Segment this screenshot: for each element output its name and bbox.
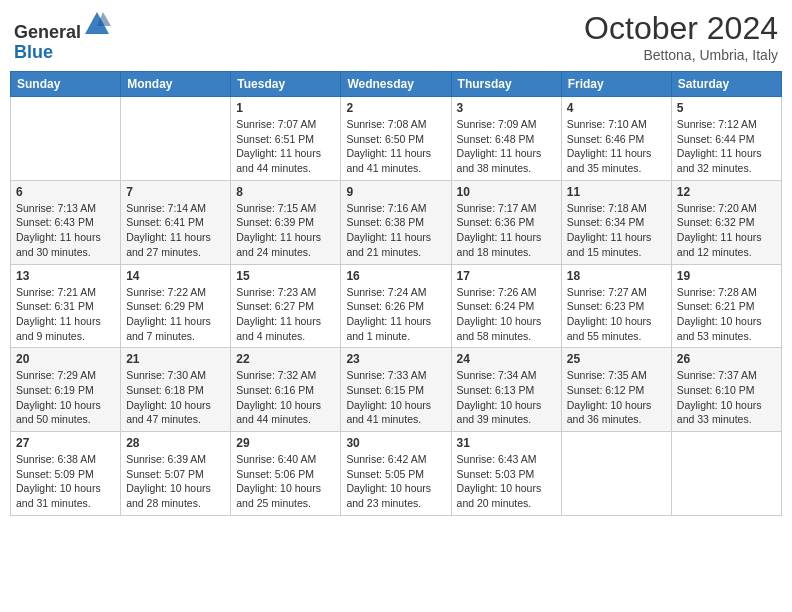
calendar-cell: 16Sunrise: 7:24 AMSunset: 6:26 PMDayligh… [341,264,451,348]
calendar-cell: 9Sunrise: 7:16 AMSunset: 6:38 PMDaylight… [341,180,451,264]
day-number: 11 [567,185,666,199]
day-number: 4 [567,101,666,115]
day-number: 15 [236,269,335,283]
calendar-cell [121,97,231,181]
day-number: 1 [236,101,335,115]
day-number: 23 [346,352,445,366]
calendar-week-5: 27Sunrise: 6:38 AMSunset: 5:09 PMDayligh… [11,432,782,516]
day-number: 19 [677,269,776,283]
day-detail: Sunrise: 7:35 AMSunset: 6:12 PMDaylight:… [567,368,666,427]
day-number: 12 [677,185,776,199]
calendar-cell: 8Sunrise: 7:15 AMSunset: 6:39 PMDaylight… [231,180,341,264]
day-detail: Sunrise: 6:39 AMSunset: 5:07 PMDaylight:… [126,452,225,511]
calendar-cell: 11Sunrise: 7:18 AMSunset: 6:34 PMDayligh… [561,180,671,264]
day-detail: Sunrise: 7:34 AMSunset: 6:13 PMDaylight:… [457,368,556,427]
day-header-sunday: Sunday [11,72,121,97]
day-detail: Sunrise: 7:07 AMSunset: 6:51 PMDaylight:… [236,117,335,176]
day-detail: Sunrise: 7:23 AMSunset: 6:27 PMDaylight:… [236,285,335,344]
day-detail: Sunrise: 6:40 AMSunset: 5:06 PMDaylight:… [236,452,335,511]
calendar-body: 1Sunrise: 7:07 AMSunset: 6:51 PMDaylight… [11,97,782,516]
day-detail: Sunrise: 7:21 AMSunset: 6:31 PMDaylight:… [16,285,115,344]
logo-icon [83,10,111,38]
day-number: 10 [457,185,556,199]
calendar-cell: 5Sunrise: 7:12 AMSunset: 6:44 PMDaylight… [671,97,781,181]
calendar-cell: 26Sunrise: 7:37 AMSunset: 6:10 PMDayligh… [671,348,781,432]
day-number: 21 [126,352,225,366]
calendar-week-2: 6Sunrise: 7:13 AMSunset: 6:43 PMDaylight… [11,180,782,264]
calendar-cell: 2Sunrise: 7:08 AMSunset: 6:50 PMDaylight… [341,97,451,181]
day-detail: Sunrise: 6:38 AMSunset: 5:09 PMDaylight:… [16,452,115,511]
logo-blue: Blue [14,42,53,62]
calendar-cell: 14Sunrise: 7:22 AMSunset: 6:29 PMDayligh… [121,264,231,348]
day-detail: Sunrise: 7:09 AMSunset: 6:48 PMDaylight:… [457,117,556,176]
calendar-cell: 31Sunrise: 6:43 AMSunset: 5:03 PMDayligh… [451,432,561,516]
day-detail: Sunrise: 7:10 AMSunset: 6:46 PMDaylight:… [567,117,666,176]
calendar-header-row: SundayMondayTuesdayWednesdayThursdayFrid… [11,72,782,97]
page-header: General Blue October 2024 Bettona, Umbri… [10,10,782,63]
calendar-week-3: 13Sunrise: 7:21 AMSunset: 6:31 PMDayligh… [11,264,782,348]
day-detail: Sunrise: 7:29 AMSunset: 6:19 PMDaylight:… [16,368,115,427]
calendar-cell: 25Sunrise: 7:35 AMSunset: 6:12 PMDayligh… [561,348,671,432]
calendar-cell: 24Sunrise: 7:34 AMSunset: 6:13 PMDayligh… [451,348,561,432]
day-detail: Sunrise: 7:37 AMSunset: 6:10 PMDaylight:… [677,368,776,427]
calendar-week-1: 1Sunrise: 7:07 AMSunset: 6:51 PMDaylight… [11,97,782,181]
calendar-cell: 3Sunrise: 7:09 AMSunset: 6:48 PMDaylight… [451,97,561,181]
day-detail: Sunrise: 7:12 AMSunset: 6:44 PMDaylight:… [677,117,776,176]
day-detail: Sunrise: 7:17 AMSunset: 6:36 PMDaylight:… [457,201,556,260]
day-detail: Sunrise: 7:33 AMSunset: 6:15 PMDaylight:… [346,368,445,427]
day-header-friday: Friday [561,72,671,97]
day-number: 30 [346,436,445,450]
day-number: 16 [346,269,445,283]
day-detail: Sunrise: 6:42 AMSunset: 5:05 PMDaylight:… [346,452,445,511]
calendar-cell [11,97,121,181]
day-number: 31 [457,436,556,450]
calendar-cell: 6Sunrise: 7:13 AMSunset: 6:43 PMDaylight… [11,180,121,264]
calendar-cell: 18Sunrise: 7:27 AMSunset: 6:23 PMDayligh… [561,264,671,348]
location: Bettona, Umbria, Italy [584,47,778,63]
calendar-cell: 10Sunrise: 7:17 AMSunset: 6:36 PMDayligh… [451,180,561,264]
calendar-cell: 27Sunrise: 6:38 AMSunset: 5:09 PMDayligh… [11,432,121,516]
day-detail: Sunrise: 7:30 AMSunset: 6:18 PMDaylight:… [126,368,225,427]
day-detail: Sunrise: 7:28 AMSunset: 6:21 PMDaylight:… [677,285,776,344]
calendar-cell: 12Sunrise: 7:20 AMSunset: 6:32 PMDayligh… [671,180,781,264]
calendar-cell: 23Sunrise: 7:33 AMSunset: 6:15 PMDayligh… [341,348,451,432]
calendar-cell: 17Sunrise: 7:26 AMSunset: 6:24 PMDayligh… [451,264,561,348]
calendar-cell [671,432,781,516]
month-title: October 2024 Bettona, Umbria, Italy [584,10,778,63]
calendar-cell: 30Sunrise: 6:42 AMSunset: 5:05 PMDayligh… [341,432,451,516]
day-header-monday: Monday [121,72,231,97]
day-detail: Sunrise: 7:14 AMSunset: 6:41 PMDaylight:… [126,201,225,260]
day-detail: Sunrise: 7:22 AMSunset: 6:29 PMDaylight:… [126,285,225,344]
day-detail: Sunrise: 7:27 AMSunset: 6:23 PMDaylight:… [567,285,666,344]
calendar-cell: 28Sunrise: 6:39 AMSunset: 5:07 PMDayligh… [121,432,231,516]
calendar-cell: 1Sunrise: 7:07 AMSunset: 6:51 PMDaylight… [231,97,341,181]
calendar-cell: 13Sunrise: 7:21 AMSunset: 6:31 PMDayligh… [11,264,121,348]
calendar-cell: 20Sunrise: 7:29 AMSunset: 6:19 PMDayligh… [11,348,121,432]
day-detail: Sunrise: 7:08 AMSunset: 6:50 PMDaylight:… [346,117,445,176]
day-detail: Sunrise: 7:18 AMSunset: 6:34 PMDaylight:… [567,201,666,260]
day-detail: Sunrise: 7:15 AMSunset: 6:39 PMDaylight:… [236,201,335,260]
day-header-tuesday: Tuesday [231,72,341,97]
day-detail: Sunrise: 7:26 AMSunset: 6:24 PMDaylight:… [457,285,556,344]
day-number: 6 [16,185,115,199]
day-number: 14 [126,269,225,283]
day-detail: Sunrise: 7:32 AMSunset: 6:16 PMDaylight:… [236,368,335,427]
calendar-cell: 4Sunrise: 7:10 AMSunset: 6:46 PMDaylight… [561,97,671,181]
day-header-wednesday: Wednesday [341,72,451,97]
calendar-week-4: 20Sunrise: 7:29 AMSunset: 6:19 PMDayligh… [11,348,782,432]
day-number: 13 [16,269,115,283]
day-detail: Sunrise: 7:16 AMSunset: 6:38 PMDaylight:… [346,201,445,260]
calendar-cell [561,432,671,516]
day-number: 8 [236,185,335,199]
day-number: 7 [126,185,225,199]
logo-general: General [14,22,81,42]
day-number: 5 [677,101,776,115]
day-number: 22 [236,352,335,366]
day-number: 9 [346,185,445,199]
calendar-cell: 19Sunrise: 7:28 AMSunset: 6:21 PMDayligh… [671,264,781,348]
calendar-cell: 21Sunrise: 7:30 AMSunset: 6:18 PMDayligh… [121,348,231,432]
month-year: October 2024 [584,10,778,47]
day-number: 28 [126,436,225,450]
day-number: 17 [457,269,556,283]
calendar-table: SundayMondayTuesdayWednesdayThursdayFrid… [10,71,782,516]
